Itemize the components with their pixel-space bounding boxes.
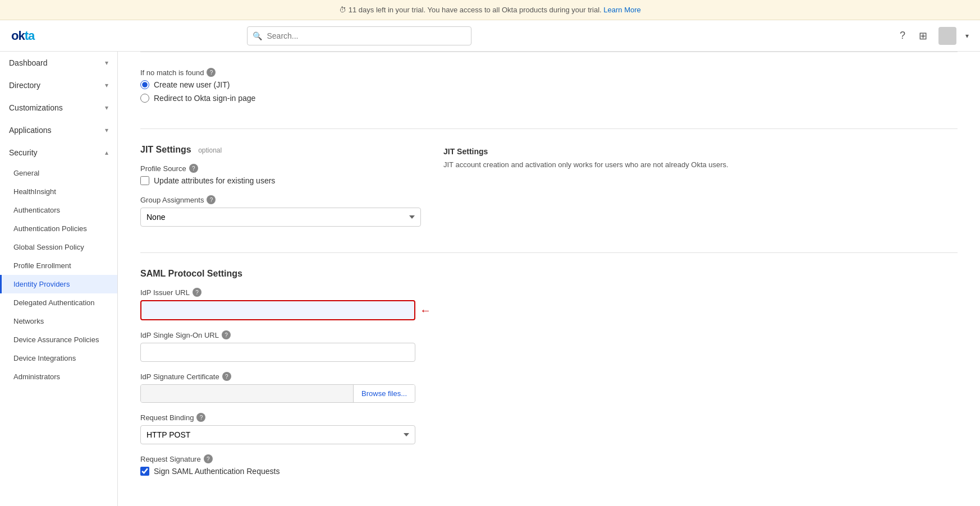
idp-sso-url-label: IdP Single Sign-On URL ? <box>140 330 958 339</box>
security-chevron: ▴ <box>105 149 108 157</box>
top-nav: okta 🔍 ? ⊞ ▾ <box>0 20 980 52</box>
group-assignments-group: Group Assignments ? None <box>140 195 421 227</box>
request-binding-label: Request Binding ? <box>140 413 958 422</box>
applications-label: Applications <box>9 126 52 135</box>
sidebar-sub-identity-providers[interactable]: Identity Providers <box>0 275 117 293</box>
arrow-annotation: ← <box>420 304 431 317</box>
sidebar-item-customizations[interactable]: Customizations ▾ <box>0 96 117 119</box>
sidebar-sub-device-integrations[interactable]: Device Integrations <box>0 349 117 367</box>
dashboard-chevron: ▾ <box>105 59 108 67</box>
okta-logo: okta <box>11 29 34 43</box>
sidebar-sub-authentication-policies[interactable]: Authentication Policies <box>0 219 117 238</box>
nav-icons: ? ⊞ ▾ <box>897 27 969 45</box>
learn-more-link[interactable]: Learn More <box>603 6 640 14</box>
jit-form-row: JIT Settings optional Profile Source ? U… <box>140 145 958 237</box>
sidebar-item-directory[interactable]: Directory ▾ <box>0 74 117 96</box>
help-button[interactable]: ? <box>897 27 908 44</box>
request-binding-select[interactable]: HTTP POST <box>140 425 415 444</box>
no-match-label: If no match is found ? <box>140 68 958 77</box>
jit-optional-badge: optional <box>198 146 222 154</box>
search-bar: 🔍 <box>247 26 471 45</box>
no-match-radio-group: Create new user (JIT) Redirect to Okta s… <box>140 80 958 103</box>
sidebar-sub-networks[interactable]: Networks <box>0 312 117 330</box>
group-assignments-select[interactable]: None <box>140 208 421 227</box>
jit-help-box: JIT Settings JIT account creation and ac… <box>443 145 958 237</box>
sidebar-sub-general[interactable]: General <box>0 164 117 182</box>
sidebar-item-dashboard[interactable]: Dashboard ▾ <box>0 52 117 74</box>
idp-cert-help-icon[interactable]: ? <box>222 372 231 381</box>
sidebar-sub-administrators[interactable]: Administrators <box>0 367 117 386</box>
sidebar-sub-device-assurance[interactable]: Device Assurance Policies <box>0 330 117 349</box>
jit-section-title: JIT Settings optional <box>140 145 421 155</box>
file-input-placeholder <box>141 385 353 402</box>
customizations-label: Customizations <box>9 103 63 112</box>
idp-issuer-url-input[interactable]: http:// <box>140 300 415 320</box>
search-icon: 🔍 <box>253 31 262 40</box>
sidebar-item-applications[interactable]: Applications ▾ <box>0 119 117 141</box>
directory-label: Directory <box>9 81 40 90</box>
dashboard-label: Dashboard <box>9 58 48 67</box>
request-binding-help-icon[interactable]: ? <box>196 413 205 422</box>
sidebar-sub-profile-enrollment[interactable]: Profile Enrollment <box>0 256 117 275</box>
main-content: If no match is found ? Create new user (… <box>118 52 980 506</box>
group-assignments-label: Group Assignments ? <box>140 195 421 204</box>
update-attributes-checkbox-label[interactable]: Update attributes for existing users <box>140 176 421 185</box>
trial-icon: ⏱ <box>339 6 346 14</box>
idp-issuer-url-help-icon[interactable]: ? <box>193 288 202 297</box>
no-match-section: If no match is found ? Create new user (… <box>140 52 958 128</box>
sign-saml-checkbox[interactable] <box>140 467 149 476</box>
redirect-radio[interactable] <box>140 94 149 103</box>
nav-dropdown-chevron: ▾ <box>965 32 969 40</box>
jit-settings-section: JIT Settings optional Profile Source ? U… <box>140 128 958 252</box>
sidebar-sub-delegated-auth[interactable]: Delegated Authentication <box>0 293 117 312</box>
idp-issuer-url-group: IdP Issuer URL ? http:// ← <box>140 288 958 320</box>
idp-cert-group: IdP Signature Certificate ? Browse files… <box>140 372 958 403</box>
group-assignments-help-icon[interactable]: ? <box>207 195 216 204</box>
request-signature-group: Request Signature ? Sign SAML Authentica… <box>140 454 958 476</box>
idp-sso-url-input[interactable] <box>140 343 415 362</box>
security-label: Security <box>9 148 38 157</box>
idp-cert-label: IdP Signature Certificate ? <box>140 372 958 381</box>
browse-files-button[interactable]: Browse files... <box>353 385 415 402</box>
directory-chevron: ▾ <box>105 81 108 89</box>
profile-source-label: Profile Source ? <box>140 164 421 173</box>
idp-sso-url-help-icon[interactable]: ? <box>222 330 231 339</box>
apps-grid-button[interactable]: ⊞ <box>917 27 929 44</box>
sidebar-item-security[interactable]: Security ▴ <box>0 141 117 164</box>
customizations-chevron: ▾ <box>105 104 108 112</box>
request-binding-group: Request Binding ? HTTP POST <box>140 413 958 444</box>
saml-protocol-section: SAML Protocol Settings IdP Issuer URL ? … <box>140 252 958 502</box>
user-avatar-button[interactable] <box>938 27 956 45</box>
sidebar-sub-authenticators[interactable]: Authenticators <box>0 201 117 219</box>
sidebar-sub-healthinsight[interactable]: HealthInsight <box>0 182 117 201</box>
idp-issuer-url-label: IdP Issuer URL ? <box>140 288 958 297</box>
request-signature-help-icon[interactable]: ? <box>204 454 213 463</box>
trial-banner: ⏱ 11 days left in your trial. You have a… <box>0 0 980 20</box>
jit-help-body: JIT account creation and activation only… <box>443 159 958 171</box>
create-new-user-option[interactable]: Create new user (JIT) <box>140 80 958 89</box>
sidebar: Dashboard ▾ Directory ▾ Customizations ▾… <box>0 52 118 506</box>
idp-sso-url-group: IdP Single Sign-On URL ? <box>140 330 958 362</box>
request-signature-label: Request Signature ? <box>140 454 958 463</box>
jit-help-title: JIT Settings <box>443 147 958 156</box>
applications-chevron: ▾ <box>105 126 108 134</box>
profile-source-help-icon[interactable]: ? <box>189 164 198 173</box>
sign-saml-checkbox-label[interactable]: Sign SAML Authentication Requests <box>140 467 958 476</box>
create-new-user-radio[interactable] <box>140 80 149 89</box>
profile-source-group: Profile Source ? Update attributes for e… <box>140 164 421 185</box>
saml-section-title: SAML Protocol Settings <box>140 269 958 279</box>
search-input[interactable] <box>247 26 471 45</box>
jit-form-left: JIT Settings optional Profile Source ? U… <box>140 145 421 237</box>
idp-cert-file-input: Browse files... <box>140 384 415 403</box>
update-attributes-checkbox[interactable] <box>140 176 149 185</box>
no-match-help-icon[interactable]: ? <box>207 68 216 77</box>
redirect-option[interactable]: Redirect to Okta sign-in page <box>140 94 958 103</box>
page-layout: Dashboard ▾ Directory ▾ Customizations ▾… <box>0 52 980 506</box>
sidebar-sub-global-session-policy[interactable]: Global Session Policy <box>0 238 117 256</box>
trial-text: 11 days left in your trial. You have acc… <box>349 6 602 14</box>
